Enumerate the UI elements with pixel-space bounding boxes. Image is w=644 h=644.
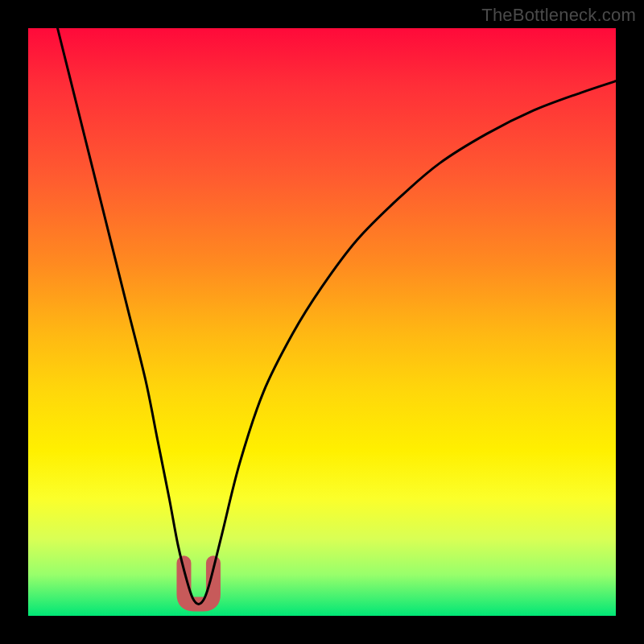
chart-frame: TheBottleneck.com	[0, 0, 644, 644]
bottleneck-curve	[58, 28, 617, 604]
curve-svg	[28, 28, 616, 616]
plot-area	[28, 28, 616, 616]
watermark-text: TheBottleneck.com	[481, 5, 636, 26]
